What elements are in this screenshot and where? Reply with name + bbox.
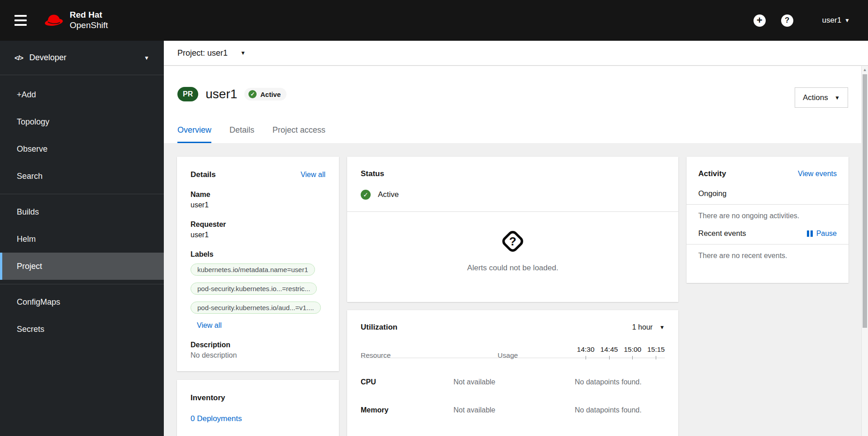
pause-icon <box>807 230 813 237</box>
labels-label: Labels <box>191 250 325 259</box>
details-view-all-link[interactable]: View all <box>300 171 325 179</box>
help-question-circle-icon[interactable]: ? <box>781 14 793 27</box>
inventory-card-title: Inventory <box>191 393 225 402</box>
add-plus-circle-icon[interactable]: + <box>754 14 766 27</box>
check-circle-icon: ✓ <box>248 90 257 98</box>
project-resource-badge: PR <box>177 87 198 101</box>
status-card-title: Status <box>361 169 384 178</box>
resource-column-header: Resource <box>361 351 453 359</box>
perspective-label: Developer <box>29 53 67 62</box>
sidebar-item-helm[interactable]: Helm <box>0 225 164 253</box>
time-tick-label: 15:00 <box>624 345 641 354</box>
masthead: Red Hat OpenShift + ? user1 ▼ <box>0 0 868 41</box>
developer-code-icon: </> <box>14 54 23 62</box>
requester-value: user1 <box>191 231 325 239</box>
chevron-down-icon: ▼ <box>144 55 149 61</box>
tab-project-access[interactable]: Project access <box>272 125 325 143</box>
label-chip[interactable]: pod-security.kubernetes.io...=restric... <box>191 283 317 295</box>
name-label: Name <box>191 191 325 199</box>
unknown-icon: ? <box>500 228 526 254</box>
sidebar-item-topology[interactable]: Topology <box>0 108 164 135</box>
pause-label: Pause <box>816 230 837 238</box>
sidebar: </> Developer ▼ +Add Topology Observe Se… <box>0 41 164 436</box>
axis-tick <box>609 356 610 359</box>
labels-view-all-link[interactable]: View all <box>197 321 222 330</box>
alerts-empty-message: Alerts could not be loaded. <box>347 264 678 273</box>
recent-events-label: Recent events <box>698 229 746 238</box>
duration-dropdown[interactable]: 1 hour ▼ <box>632 323 665 331</box>
name-value: user1 <box>191 201 325 209</box>
sidebar-item-builds[interactable]: Builds <box>0 198 164 225</box>
brand-line1: Red Hat <box>70 10 108 20</box>
activity-card-title: Activity <box>698 169 726 178</box>
axis-tick <box>656 356 656 359</box>
description-value: No description <box>191 351 325 359</box>
main-content: Project: user1 ▼ PR user1 ✓ Active Actio… <box>164 41 868 436</box>
axis-tick <box>632 356 633 359</box>
project-selector[interactable]: Project: user1 ▼ <box>164 41 868 66</box>
utilization-card-title: Utilization <box>361 323 397 332</box>
sidebar-item-search[interactable]: Search <box>0 163 164 190</box>
time-tick-label: 14:45 <box>601 345 618 354</box>
user-menu[interactable]: user1 ▼ <box>822 16 850 25</box>
description-label: Description <box>191 341 325 349</box>
tab-bar: Overview Details Project access <box>177 125 343 143</box>
sidebar-item-configmaps[interactable]: ConfigMaps <box>0 288 164 316</box>
time-tick-label: 15:15 <box>647 345 665 354</box>
perspective-switcher[interactable]: </> Developer ▼ <box>0 41 164 75</box>
actions-label: Actions <box>803 93 828 102</box>
hamburger-menu-icon[interactable] <box>14 15 27 26</box>
check-circle-icon: ✓ <box>361 190 371 200</box>
tab-details[interactable]: Details <box>229 125 254 143</box>
sidebar-item-observe[interactable]: Observe <box>0 135 164 163</box>
deployments-link[interactable]: 0 Deployments <box>191 414 242 423</box>
duration-value: 1 hour <box>632 323 653 331</box>
resource-name: Memory <box>361 406 453 414</box>
sidebar-item-secrets[interactable]: Secrets <box>0 316 164 343</box>
red-hat-fedora-icon <box>44 13 65 28</box>
resource-name: CPU <box>361 378 453 386</box>
actions-dropdown-button[interactable]: Actions ▼ <box>795 87 848 108</box>
brand-logo: Red Hat OpenShift <box>44 10 108 31</box>
chevron-down-icon: ▼ <box>844 18 850 23</box>
status-badge-label: Active <box>260 91 281 98</box>
activity-card: Activity View events Ongoing There are n… <box>687 157 849 283</box>
details-card-title: Details <box>191 170 216 179</box>
page-title: user1 <box>205 87 237 101</box>
usage-value: Not available <box>453 378 562 386</box>
requester-label: Requester <box>191 220 325 229</box>
inventory-card: Inventory 0 Deployments <box>177 380 339 436</box>
page-header: PR user1 ✓ Active Actions ▼ Overview Det… <box>164 66 868 143</box>
vertical-scrollbar[interactable]: ▲ <box>861 66 868 436</box>
sidebar-divider <box>0 284 164 284</box>
svg-text:?: ? <box>509 235 516 248</box>
label-chip[interactable]: pod-security.kubernetes.io/aud...=v1.... <box>191 302 321 314</box>
axis-tick <box>586 356 586 359</box>
pause-events-button[interactable]: Pause <box>807 230 837 238</box>
utilization-row-cpu: CPU Not available No datapoints found. <box>361 378 665 386</box>
utilization-card: Utilization 1 hour ▼ Resource Usage 14:3… <box>347 310 678 436</box>
utilization-row-memory: Memory Not available No datapoints found… <box>361 406 665 414</box>
status-card: Status ✓ Active ? Alerts could not be lo… <box>347 157 678 302</box>
usage-value: Not available <box>453 406 562 414</box>
scrollbar-thumb[interactable] <box>863 74 867 328</box>
time-tick-label: 14:30 <box>577 345 595 354</box>
sidebar-item-project[interactable]: Project <box>0 253 164 280</box>
username: user1 <box>822 16 842 25</box>
ongoing-empty-message: There are no ongoing activities. <box>687 205 849 220</box>
label-chip[interactable]: kubernetes.io/metadata.name=user1 <box>191 264 315 276</box>
recent-empty-message: There are no recent events. <box>687 244 849 260</box>
datapoints-message: No datapoints found. <box>562 406 665 414</box>
ongoing-label: Ongoing <box>698 189 837 198</box>
status-value: Active <box>378 190 399 199</box>
usage-column-header: Usage <box>453 351 562 359</box>
chevron-down-icon: ▼ <box>835 95 840 101</box>
sidebar-item-add[interactable]: +Add <box>0 81 164 108</box>
status-badge: ✓ Active <box>244 88 286 101</box>
view-events-link[interactable]: View events <box>798 170 837 178</box>
brand-line2: OpenShift <box>70 20 108 31</box>
tab-overview[interactable]: Overview <box>177 125 211 143</box>
scroll-up-arrow-icon[interactable]: ▲ <box>862 66 868 73</box>
details-card: Details View all Name user1 Requester us… <box>177 157 339 371</box>
time-axis: 14:30 14:45 15:00 15:15 <box>562 345 665 359</box>
